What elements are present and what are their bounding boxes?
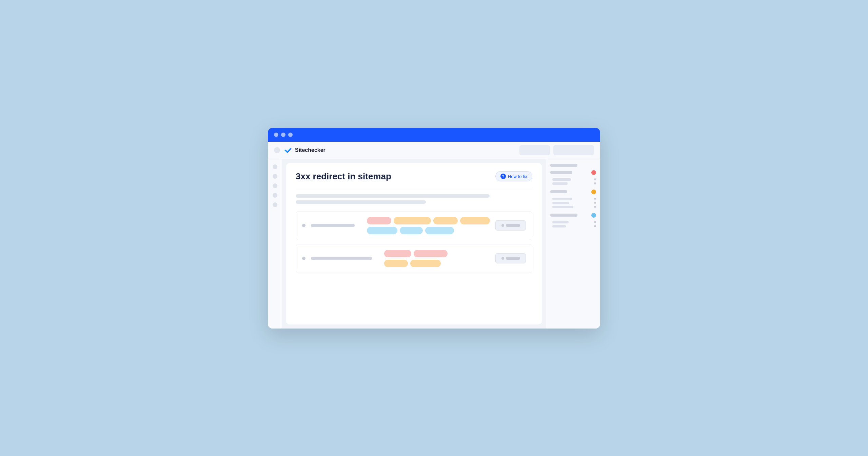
row-dot-1 — [302, 224, 305, 227]
rp-sub-bar-3 — [552, 198, 572, 200]
action-btn-dot — [501, 224, 504, 227]
sidebar-item-3[interactable] — [273, 183, 277, 188]
sidebar-item-1[interactable] — [273, 164, 277, 169]
tag-orange-large — [394, 217, 431, 224]
logo-text: Sitechecker — [295, 147, 326, 153]
window-dot-3[interactable] — [288, 133, 293, 137]
rp-sub-bar-5 — [552, 206, 573, 208]
tag-orange2-small — [384, 260, 408, 267]
row-url-bar-2 — [311, 257, 372, 260]
tag-pink-large — [414, 250, 448, 257]
table-row-2 — [296, 244, 532, 273]
tag-orange-small — [433, 217, 458, 224]
tag-blue-medium — [425, 227, 454, 234]
content-area: 3xx redirect in sitemap ? How to fix — [268, 159, 600, 329]
tag-orange2-medium — [410, 260, 441, 267]
rp-item-1 — [550, 164, 596, 167]
window-dot-2[interactable] — [281, 133, 285, 137]
rp-item-3 — [550, 190, 596, 194]
rp-sub-group-3 — [552, 221, 596, 227]
window-dot-1[interactable] — [274, 133, 278, 137]
issue-header: 3xx redirect in sitemap ? How to fix — [296, 171, 532, 188]
rp-bar-1 — [550, 164, 577, 167]
right-panel — [546, 159, 600, 329]
rp-bar-2 — [550, 171, 572, 174]
rp-small-dot-1 — [594, 178, 596, 180]
browser-window: Sitechecker 3xx redirect in sitemap ? — [268, 128, 600, 329]
sitechecker-logo-icon — [284, 146, 292, 154]
rp-indicator-red — [591, 170, 596, 175]
sidebar-item-2[interactable] — [273, 174, 277, 179]
tags-area-2 — [384, 250, 490, 267]
rp-sub-bar-2 — [552, 182, 568, 185]
sidebar — [268, 159, 282, 329]
title-bar — [268, 128, 600, 142]
header-button-2[interactable] — [553, 145, 594, 155]
tag-pink-medium — [384, 250, 411, 257]
question-icon: ? — [500, 174, 506, 179]
action-btn-bar-2 — [506, 257, 520, 260]
desc-line-2 — [296, 200, 426, 204]
rp-sub-group-1 — [552, 178, 596, 185]
logo-area: Sitechecker — [284, 146, 515, 154]
rp-sub-bar-1 — [552, 178, 571, 181]
table-row — [296, 211, 532, 240]
tags-row-1b — [367, 227, 490, 234]
tag-blue-small — [400, 227, 423, 234]
row-dot-2 — [302, 257, 305, 260]
tags-area-1 — [367, 217, 490, 234]
tag-orange-medium — [460, 217, 490, 224]
row-action-button-1[interactable] — [495, 220, 526, 231]
desc-line-1 — [296, 194, 490, 198]
how-to-fix-button[interactable]: ? How to fix — [495, 171, 532, 181]
row-url-bar-1 — [311, 224, 355, 227]
tags-row-2a — [384, 250, 490, 257]
tags-row-1a — [367, 217, 490, 224]
tag-teal-small — [367, 227, 397, 234]
sidebar-item-4[interactable] — [273, 193, 277, 198]
nav-back-button[interactable] — [274, 147, 280, 153]
rp-sub-bar-7 — [552, 225, 566, 227]
header-buttons — [519, 145, 594, 155]
main-panel: 3xx redirect in sitemap ? How to fix — [286, 163, 542, 324]
rp-sub-bar-4 — [552, 202, 569, 204]
tag-pink-small — [367, 217, 391, 224]
rp-small-dot-5 — [594, 206, 596, 208]
action-btn-bar — [506, 224, 520, 227]
issue-title: 3xx redirect in sitemap — [296, 171, 391, 182]
rp-item-4 — [550, 213, 596, 218]
action-btn-dot-2 — [501, 257, 504, 260]
sidebar-item-5[interactable] — [273, 202, 277, 207]
row-action-button-2[interactable] — [495, 253, 526, 263]
rp-indicator-orange — [591, 190, 596, 194]
how-to-fix-label: How to fix — [508, 174, 527, 179]
description-lines — [296, 194, 532, 204]
rp-small-dot-3 — [594, 198, 596, 200]
rp-small-dot-6 — [594, 221, 596, 223]
rp-bar-3 — [550, 190, 567, 193]
rp-sub-bar-6 — [552, 221, 569, 223]
tags-row-2b — [384, 260, 490, 267]
header-button-1[interactable] — [519, 145, 550, 155]
rp-bar-4 — [550, 214, 577, 217]
rp-item-2 — [550, 170, 596, 175]
rp-small-dot-4 — [594, 202, 596, 204]
rp-indicator-blue — [591, 213, 596, 218]
rp-small-dot-2 — [594, 182, 596, 184]
rp-sub-group-2 — [552, 198, 596, 208]
rp-small-dot-7 — [594, 225, 596, 227]
address-bar: Sitechecker — [268, 142, 600, 159]
